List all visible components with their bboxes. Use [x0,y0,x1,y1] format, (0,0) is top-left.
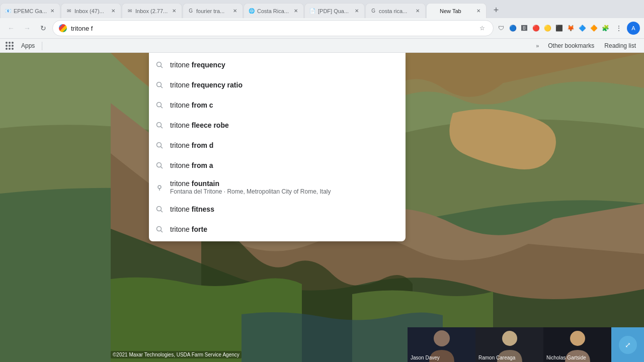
bookmark-star-icon[interactable]: ☆ [477,23,487,33]
tab-tab5[interactable]: 🌐 Costa Rica... ✕ [244,3,304,18]
ext-2[interactable]: 🅱 [519,23,530,34]
video-panel-2: Ramon Careaga [475,327,543,362]
toolbar-right: 🛡 🔵 🅱 🔴 🟡 ⬛ 🦊 🔷 🔶 🧩 ⋮ A [496,21,640,35]
suggestion-icon-1 [155,80,164,89]
svg-point-7 [157,103,162,107]
tab-close-button[interactable]: ✕ [231,8,238,15]
tab-tab3[interactable]: ✉ Inbox (2.77... ✕ [122,3,182,18]
video-name-1: Jason Davey [411,355,440,360]
ext-6[interactable]: 🦊 [565,23,576,34]
suggestion-text-8: tritone forte [170,225,399,233]
suggestion-icon-4 [155,141,164,150]
bookmark-divider: | [41,40,43,51]
suggestion-text-0: tritone frequency [170,61,399,69]
back-button[interactable]: ← [4,21,18,35]
reading-list-button[interactable]: Reading list [600,41,640,50]
video-panel-3: Nicholas Gartside [543,327,611,362]
tab-favicon: ✉ [126,8,133,15]
tab-title: Inbox (2.77... [135,8,169,14]
chevron-more[interactable]: » [533,43,542,49]
svg-point-9 [157,123,162,127]
tab-favicon: 📄 [309,8,316,15]
ext-7[interactable]: 🔷 [577,23,588,34]
suggestion-icon-7 [155,205,164,214]
suggestion-item-8[interactable]: tritone forte [149,219,406,239]
ext-5[interactable]: ⬛ [553,23,565,34]
suggestion-text-5: tritone from a [170,161,399,169]
other-bookmarks-button[interactable]: Other bookmarks [544,41,598,50]
tab-close-button[interactable]: ✕ [292,8,299,15]
google-icon [59,24,67,32]
svg-point-22 [502,331,517,346]
reading-list-label: Reading list [604,42,636,49]
suggestion-item-6[interactable]: tritone fountainFontana del Tritone · Ro… [149,175,406,199]
svg-line-10 [161,127,163,129]
expand-arrows-icon: ⤢ [623,340,633,350]
tab-close-button[interactable]: ✕ [49,8,56,15]
suggestion-item-5[interactable]: tritone from a [149,155,406,175]
video-expand-button[interactable]: ⤢ [611,327,644,362]
tab-tab2[interactable]: ✉ Inbox (47)... ✕ [61,3,121,18]
tab-tab4[interactable]: G fourier tra... ✕ [183,3,243,18]
svg-point-15 [158,186,161,189]
extension-icons: 🛡 🔵 🅱 🔴 🟡 ⬛ 🦊 🔷 🔶 🧩 [496,23,611,34]
svg-line-14 [161,167,163,169]
tab-title: [PDF] Qua... [318,8,351,14]
more-menu-button[interactable]: ⋮ [612,21,626,35]
ext-1[interactable]: 🔵 [507,23,518,34]
tab-bar: 📧 EPEMC Ga... ✕ ✉ Inbox (47)... ✕ ✉ Inbo… [0,0,644,18]
suggestion-icon-5 [155,161,164,170]
expand-icon: ⤢ [619,336,637,354]
suggestion-icon-6 [155,183,164,192]
ext-3[interactable]: 🔴 [530,23,541,34]
reload-button[interactable]: ↻ [36,21,50,35]
tab-title: Inbox (47)... [74,8,108,14]
tab-favicon [431,8,438,15]
forward-button[interactable]: → [20,21,34,35]
svg-text:⤢: ⤢ [625,341,631,349]
tab-close-button[interactable]: ✕ [171,8,178,15]
svg-point-5 [157,82,162,87]
svg-point-17 [157,207,162,211]
tab-close-button[interactable]: ✕ [414,8,421,15]
svg-point-23 [570,331,585,346]
suggestion-item-7[interactable]: tritone fitness [149,199,406,219]
svg-point-11 [157,143,162,147]
tab-tab7[interactable]: G costa rica... ✕ [365,3,426,18]
tab-favicon: G [370,8,377,15]
svg-line-6 [161,86,163,88]
tab-close-button[interactable]: ✕ [110,8,117,15]
tab-close-button[interactable]: ✕ [353,8,360,15]
suggestion-text-1: tritone frequency ratio [170,81,399,89]
main-content: ©2021 Maxar Technologies, USDA Farm Serv… [0,53,644,362]
suggestion-text-2: tritone from c [170,101,399,109]
tab-close-button[interactable]: ✕ [475,8,482,15]
tab-title: fourier tra... [196,8,229,14]
apps-button[interactable] [4,40,15,51]
ext-shield-icon[interactable]: 🛡 [496,23,507,34]
map-copyright: ©2021 Maxar Technologies, USDA Farm Serv… [111,351,242,358]
suggestion-text-6: tritone fountainFontana del Tritone · Ro… [170,179,399,195]
suggestion-item-2[interactable]: tritone from c [149,95,406,115]
svg-point-19 [157,227,162,231]
suggestion-item-4[interactable]: tritone from d [149,135,406,155]
ext-4[interactable]: 🟡 [542,23,553,34]
suggestion-item-1[interactable]: tritone frequency ratio [149,75,406,95]
new-tab-button[interactable]: + [489,3,503,17]
suggestion-sub-6: Fontana del Tritone · Rome, Metropolitan… [170,188,399,195]
ext-puzzle[interactable]: 🧩 [600,23,611,34]
address-input[interactable] [71,25,473,32]
address-bar[interactable]: ☆ [52,20,494,36]
suggestion-item-0[interactable]: tritone frequency [149,55,406,75]
video-panel-1: Jason Davey [408,327,475,362]
tab-favicon: ✉ [65,8,72,15]
suggestion-icon-0 [155,60,164,69]
tab-tab8[interactable]: New Tab ✕ [426,3,487,18]
tab-tab6[interactable]: 📄 [PDF] Qua... ✕ [304,3,365,18]
profile-button[interactable]: A [627,22,640,35]
apps-bookmark-label[interactable]: Apps [17,41,39,50]
suggestion-item-3[interactable]: tritone fleece robe [149,115,406,135]
tab-tab1[interactable]: 📧 EPEMC Ga... ✕ [0,3,60,18]
ext-8[interactable]: 🔶 [588,23,599,34]
suggestion-text-4: tritone from d [170,141,399,149]
